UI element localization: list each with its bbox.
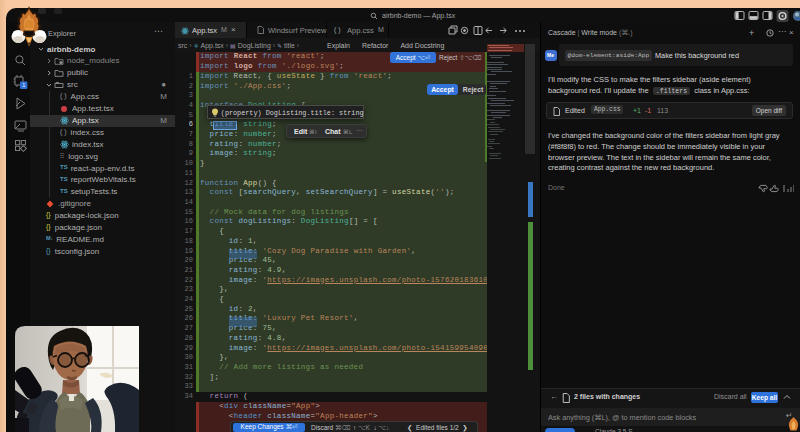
svg-text:1: 1 (22, 82, 25, 88)
